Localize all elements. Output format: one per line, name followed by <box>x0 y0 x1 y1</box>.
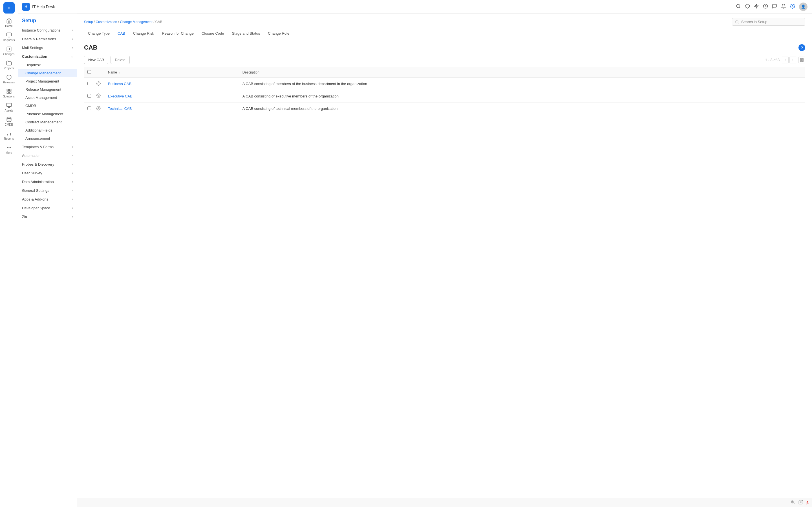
main-content: 👤 Setup / Customization / Change Managem… <box>77 0 812 507</box>
svg-point-15 <box>9 147 9 148</box>
tab-change-risk[interactable]: Change Risk <box>129 29 158 38</box>
pagination-prev[interactable]: ‹ <box>782 57 789 63</box>
svg-rect-28 <box>801 60 802 61</box>
tab-cab[interactable]: CAB <box>114 29 129 38</box>
sidebar-sub-cmdb[interactable]: CMDB <box>18 102 77 110</box>
gear-icon[interactable] <box>790 4 795 10</box>
diamond-icon[interactable] <box>745 4 750 10</box>
svg-point-16 <box>10 147 11 148</box>
edit-icon[interactable] <box>799 500 803 505</box>
sidebar-sub-project-management[interactable]: Project Management <box>18 77 77 86</box>
sidebar-group-customization[interactable]: Customization ⌄ <box>18 52 77 61</box>
col-checkbox <box>84 67 94 78</box>
pagination-label: 1 - 3 of 3 <box>765 58 779 62</box>
gear-icon[interactable] <box>96 106 101 110</box>
tab-reason-for-change[interactable]: Reason for Change <box>158 29 198 38</box>
tab-stage-status[interactable]: Stage and Status <box>228 29 264 38</box>
gear-icon[interactable] <box>96 94 101 98</box>
search-icon[interactable] <box>736 4 741 10</box>
pagination-controls: ‹ › <box>782 57 796 63</box>
sidebar-item-mail-settings[interactable]: Mail Settings › <box>18 43 77 52</box>
translate-icon[interactable] <box>791 500 795 505</box>
nav-changes[interactable]: Changes <box>0 44 18 58</box>
gear-icon[interactable] <box>96 81 101 86</box>
svg-point-17 <box>7 147 8 148</box>
tab-closure-code[interactable]: Closure Code <box>198 29 228 38</box>
row2-name[interactable]: Executive CAB <box>105 90 239 103</box>
app-logo[interactable]: H <box>3 2 15 13</box>
sidebar-sub-release-management[interactable]: Release Management <box>18 86 77 94</box>
col-name-header[interactable]: Name ↑ <box>105 67 239 78</box>
svg-rect-10 <box>6 103 11 107</box>
svg-text:H: H <box>8 6 10 10</box>
row2-gear[interactable] <box>94 90 105 103</box>
row3-description: A CAB consisting of technical members of… <box>239 103 805 115</box>
sidebar: H IT Help Desk Setup Instance Configurat… <box>18 0 77 507</box>
nav-cmdb[interactable]: CMDB <box>0 114 18 128</box>
nav-releases[interactable]: Releases <box>0 72 18 86</box>
nav-more[interactable]: More <box>0 143 18 157</box>
svg-rect-7 <box>9 89 11 91</box>
help-button[interactable]: ? <box>799 44 805 51</box>
sidebar-item-general-settings[interactable]: General Settings › <box>18 186 77 195</box>
clock-icon[interactable] <box>763 4 768 10</box>
setup-search-input[interactable] <box>741 20 802 24</box>
sidebar-item-instance-configurations[interactable]: Instance Configurations › <box>18 26 77 35</box>
sidebar-sub-change-management[interactable]: Change Management <box>18 69 77 77</box>
row1-gear[interactable] <box>94 78 105 90</box>
svg-rect-9 <box>7 92 8 94</box>
tab-change-type[interactable]: Change Type <box>84 29 114 38</box>
sidebar-item-probes-discovery[interactable]: Probes & Discovery › <box>18 160 77 169</box>
row3-name[interactable]: Technical CAB <box>105 103 239 115</box>
sidebar-item-data-administration[interactable]: Data Administration › <box>18 177 77 186</box>
column-config-button[interactable] <box>799 57 805 63</box>
bell-icon[interactable] <box>781 4 786 10</box>
sidebar-item-developer-space[interactable]: Developer Space › <box>18 204 77 212</box>
svg-rect-27 <box>802 58 803 59</box>
svg-marker-20 <box>746 4 750 8</box>
delete-button[interactable]: Delete <box>110 56 130 64</box>
message-icon[interactable] <box>772 4 777 10</box>
sidebar-item-automation[interactable]: Automation › <box>18 151 77 160</box>
setup-search-container <box>732 18 805 25</box>
sidebar-item-user-survey[interactable]: User Survey › <box>18 169 77 177</box>
topbar: 👤 <box>77 0 812 13</box>
sidebar-sub-additional-fields[interactable]: Additional Fields <box>18 126 77 134</box>
user-avatar[interactable]: 👤 <box>799 3 808 11</box>
row3-checkbox[interactable] <box>84 103 94 115</box>
sidebar-sub-contract-management[interactable]: Contract Management <box>18 118 77 126</box>
sidebar-item-users-permissions[interactable]: Users & Permissions › <box>18 35 77 43</box>
sidebar-sub-helpdesk[interactable]: Helpdesk <box>18 61 77 69</box>
table-row: Business CAB A CAB consisting of members… <box>84 78 805 90</box>
select-all-checkbox[interactable] <box>87 70 91 74</box>
sidebar-item-templates-forms[interactable]: Templates & Forms › <box>18 143 77 151</box>
setup-search-icon <box>735 20 739 24</box>
tab-change-role[interactable]: Change Role <box>264 29 293 38</box>
nav-assets[interactable]: Assets <box>0 100 18 114</box>
sidebar-sub-announcement[interactable]: Announcement <box>18 134 77 143</box>
nav-solutions[interactable]: Solutions <box>0 86 18 100</box>
new-cab-button[interactable]: New CAB <box>84 56 108 64</box>
nav-home[interactable]: Home <box>0 16 18 30</box>
row1-name[interactable]: Business CAB <box>105 78 239 90</box>
sidebar-sub-asset-management[interactable]: Asset Management <box>18 94 77 102</box>
svg-point-18 <box>737 4 740 8</box>
svg-rect-8 <box>9 92 11 94</box>
lightning-icon[interactable] <box>754 4 759 10</box>
beta-icon[interactable]: β <box>806 501 809 505</box>
pagination-next[interactable]: › <box>790 57 796 63</box>
sidebar-sub-purchase-management[interactable]: Purchase Management <box>18 110 77 118</box>
cab-table: Name ↑ Description Business CAB A CAB co… <box>84 67 805 115</box>
row3-gear[interactable] <box>94 103 105 115</box>
svg-rect-2 <box>6 33 11 36</box>
sidebar-item-zia[interactable]: Zia › <box>18 212 77 221</box>
sidebar-item-apps-addons[interactable]: Apps & Add-ons › <box>18 195 77 204</box>
nav-requests[interactable]: Requests <box>0 30 18 44</box>
row1-checkbox[interactable] <box>84 78 94 90</box>
svg-point-32 <box>98 108 99 109</box>
row2-checkbox[interactable] <box>84 90 94 103</box>
toolbar: New CAB Delete 1 - 3 of 3 ‹ › <box>84 56 805 64</box>
row1-description: A CAB consisting of members of the busin… <box>239 78 805 90</box>
nav-projects[interactable]: Projects <box>0 58 18 72</box>
nav-reports[interactable]: Reports <box>0 128 18 143</box>
